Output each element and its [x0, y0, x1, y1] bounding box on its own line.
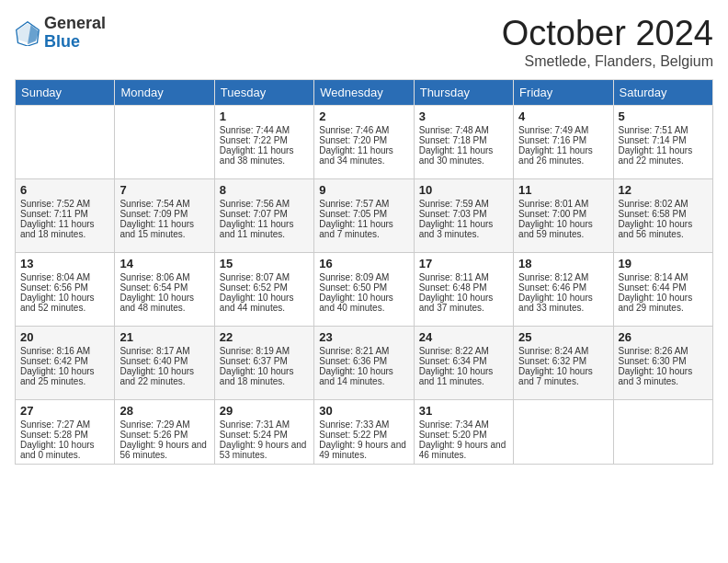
- calendar-cell: [613, 399, 712, 464]
- calendar-cell: 21Sunrise: 8:17 AMSunset: 6:40 PMDayligh…: [115, 326, 214, 399]
- calendar-cell: 29Sunrise: 7:31 AMSunset: 5:24 PMDayligh…: [214, 399, 313, 464]
- daylight-text: Daylight: 11 hours and 7 minutes.: [319, 219, 408, 239]
- day-number: 11: [518, 183, 608, 197]
- calendar-cell: 30Sunrise: 7:33 AMSunset: 5:22 PMDayligh…: [314, 399, 414, 464]
- sunrise-text: Sunrise: 8:01 AM: [518, 199, 608, 209]
- day-number: 5: [619, 109, 708, 123]
- daylight-text: Daylight: 10 hours and 44 minutes.: [220, 293, 309, 313]
- calendar-cell: [514, 399, 613, 464]
- daylight-text: Daylight: 10 hours and 0 minutes.: [20, 440, 109, 460]
- sunrise-text: Sunrise: 8:04 AM: [20, 272, 109, 282]
- calendar-week-row: 20Sunrise: 8:16 AMSunset: 6:42 PMDayligh…: [16, 326, 713, 399]
- sunrise-text: Sunrise: 7:52 AM: [20, 199, 109, 209]
- sunrise-text: Sunrise: 7:48 AM: [419, 125, 508, 135]
- sunrise-text: Sunrise: 7:49 AM: [518, 125, 608, 135]
- day-number: 17: [419, 257, 508, 270]
- day-of-week-header: Wednesday: [314, 79, 414, 105]
- month-title: October 2024: [502, 15, 713, 53]
- sunrise-text: Sunrise: 7:44 AM: [220, 125, 309, 135]
- calendar-cell: 8Sunrise: 7:56 AMSunset: 7:07 PMDaylight…: [214, 178, 313, 252]
- sunset-text: Sunset: 7:16 PM: [518, 135, 608, 145]
- sunset-text: Sunset: 6:37 PM: [220, 356, 309, 366]
- sunset-text: Sunset: 6:46 PM: [518, 282, 608, 293]
- sunrise-text: Sunrise: 7:27 AM: [20, 419, 109, 430]
- sunrise-text: Sunrise: 8:24 AM: [518, 346, 608, 356]
- daylight-text: Daylight: 10 hours and 29 minutes.: [619, 293, 708, 313]
- sunset-text: Sunset: 7:22 PM: [220, 135, 309, 145]
- daylight-text: Daylight: 10 hours and 18 minutes.: [220, 366, 309, 386]
- calendar-cell: 2Sunrise: 7:46 AMSunset: 7:20 PMDaylight…: [314, 105, 414, 178]
- day-number: 22: [220, 330, 309, 344]
- day-number: 13: [20, 257, 109, 270]
- logo-icon: [15, 20, 40, 46]
- sunrise-text: Sunrise: 7:56 AM: [220, 199, 309, 209]
- calendar-cell: 12Sunrise: 8:02 AMSunset: 6:58 PMDayligh…: [613, 178, 712, 252]
- daylight-text: Daylight: 10 hours and 40 minutes.: [319, 293, 408, 313]
- calendar-cell: 4Sunrise: 7:49 AMSunset: 7:16 PMDaylight…: [514, 105, 613, 178]
- title-block: October 2024 Smetlede, Flanders, Belgium: [502, 15, 713, 70]
- daylight-text: Daylight: 10 hours and 56 minutes.: [619, 219, 708, 239]
- day-number: 14: [119, 257, 209, 270]
- sunset-text: Sunset: 5:26 PM: [119, 430, 209, 440]
- sunset-text: Sunset: 6:32 PM: [518, 356, 608, 366]
- day-number: 2: [319, 109, 408, 123]
- calendar-header-row: SundayMondayTuesdayWednesdayThursdayFrid…: [16, 79, 713, 105]
- sunset-text: Sunset: 6:36 PM: [319, 356, 408, 366]
- daylight-text: Daylight: 9 hours and 46 minutes.: [419, 440, 508, 460]
- sunrise-text: Sunrise: 8:19 AM: [220, 346, 309, 356]
- daylight-text: Daylight: 10 hours and 33 minutes.: [518, 293, 608, 313]
- day-number: 23: [319, 330, 408, 344]
- calendar-cell: 24Sunrise: 8:22 AMSunset: 6:34 PMDayligh…: [414, 326, 513, 399]
- sunset-text: Sunset: 6:56 PM: [20, 282, 109, 293]
- day-number: 29: [220, 404, 309, 418]
- day-number: 30: [319, 404, 408, 418]
- sunrise-text: Sunrise: 8:07 AM: [220, 272, 309, 282]
- calendar-cell: 23Sunrise: 8:21 AMSunset: 6:36 PMDayligh…: [314, 326, 414, 399]
- daylight-text: Daylight: 10 hours and 52 minutes.: [20, 293, 109, 313]
- sunrise-text: Sunrise: 8:26 AM: [619, 346, 708, 356]
- sunset-text: Sunset: 7:00 PM: [518, 209, 608, 219]
- day-number: 3: [419, 109, 508, 123]
- sunrise-text: Sunrise: 8:12 AM: [518, 272, 608, 282]
- calendar-cell: 11Sunrise: 8:01 AMSunset: 7:00 PMDayligh…: [514, 178, 613, 252]
- daylight-text: Daylight: 10 hours and 48 minutes.: [119, 293, 209, 313]
- sunset-text: Sunset: 5:24 PM: [220, 430, 309, 440]
- calendar-cell: 28Sunrise: 7:29 AMSunset: 5:26 PMDayligh…: [115, 399, 214, 464]
- sunrise-text: Sunrise: 7:54 AM: [119, 199, 209, 209]
- day-number: 25: [518, 330, 608, 344]
- daylight-text: Daylight: 11 hours and 15 minutes.: [119, 219, 209, 239]
- sunset-text: Sunset: 7:07 PM: [220, 209, 309, 219]
- calendar-cell: 20Sunrise: 8:16 AMSunset: 6:42 PMDayligh…: [16, 326, 115, 399]
- day-number: 10: [419, 183, 508, 197]
- sunset-text: Sunset: 6:40 PM: [119, 356, 209, 366]
- sunrise-text: Sunrise: 7:57 AM: [319, 199, 408, 209]
- calendar-cell: 15Sunrise: 8:07 AMSunset: 6:52 PMDayligh…: [214, 252, 313, 326]
- daylight-text: Daylight: 10 hours and 11 minutes.: [419, 366, 508, 386]
- day-number: 8: [220, 183, 309, 197]
- calendar-cell: 1Sunrise: 7:44 AMSunset: 7:22 PMDaylight…: [214, 105, 313, 178]
- logo-blue-text: Blue: [44, 33, 106, 52]
- sunrise-text: Sunrise: 8:17 AM: [119, 346, 209, 356]
- calendar-cell: 18Sunrise: 8:12 AMSunset: 6:46 PMDayligh…: [514, 252, 613, 326]
- sunrise-text: Sunrise: 8:09 AM: [319, 272, 408, 282]
- calendar-cell: [16, 105, 115, 178]
- calendar-cell: 13Sunrise: 8:04 AMSunset: 6:56 PMDayligh…: [16, 252, 115, 326]
- sunset-text: Sunset: 7:09 PM: [119, 209, 209, 219]
- logo-general-text: General: [44, 15, 106, 33]
- logo: General Blue: [15, 15, 106, 52]
- day-number: 9: [319, 183, 408, 197]
- sunset-text: Sunset: 7:14 PM: [619, 135, 708, 145]
- day-number: 1: [220, 109, 309, 123]
- sunset-text: Sunset: 7:11 PM: [20, 209, 109, 219]
- day-number: 27: [20, 404, 109, 418]
- calendar-cell: 19Sunrise: 8:14 AMSunset: 6:44 PMDayligh…: [613, 252, 712, 326]
- sunrise-text: Sunrise: 7:59 AM: [419, 199, 508, 209]
- sunrise-text: Sunrise: 7:29 AM: [119, 419, 209, 430]
- calendar-cell: 10Sunrise: 7:59 AMSunset: 7:03 PMDayligh…: [414, 178, 513, 252]
- sunrise-text: Sunrise: 8:14 AM: [619, 272, 708, 282]
- day-number: 26: [619, 330, 708, 344]
- sunset-text: Sunset: 7:20 PM: [319, 135, 408, 145]
- day-of-week-header: Monday: [115, 79, 214, 105]
- day-of-week-header: Saturday: [613, 79, 712, 105]
- sunset-text: Sunset: 7:05 PM: [319, 209, 408, 219]
